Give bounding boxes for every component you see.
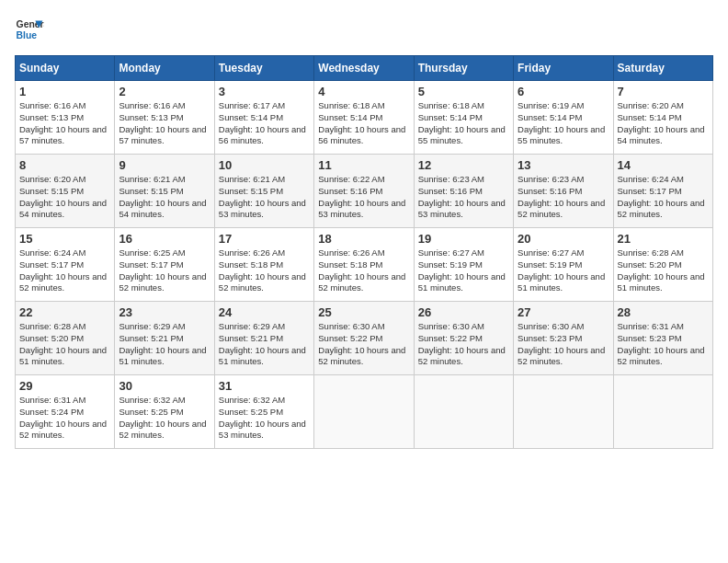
calendar-day-cell: 14Sunrise: 6:24 AMSunset: 5:17 PMDayligh…: [613, 155, 712, 228]
calendar-week-row: 29Sunrise: 6:31 AMSunset: 5:24 PMDayligh…: [16, 375, 713, 449]
day-number: 6: [518, 85, 609, 98]
day-number: 27: [518, 305, 609, 319]
calendar-day-cell: [514, 375, 613, 449]
day-number: 13: [518, 158, 609, 172]
day-number: 9: [119, 158, 210, 172]
calendar-day-cell: [414, 375, 513, 449]
day-info: Sunrise: 6:28 AMSunset: 5:20 PMDaylight:…: [19, 321, 110, 368]
day-info: Sunrise: 6:21 AMSunset: 5:15 PMDaylight:…: [119, 174, 210, 221]
day-number: 31: [219, 379, 310, 393]
day-info: Sunrise: 6:20 AMSunset: 5:14 PMDaylight:…: [618, 100, 709, 147]
day-info: Sunrise: 6:26 AMSunset: 5:18 PMDaylight:…: [219, 247, 310, 294]
calendar-day-cell: 2Sunrise: 6:16 AMSunset: 5:13 PMDaylight…: [115, 81, 214, 155]
calendar-week-row: 15Sunrise: 6:24 AMSunset: 5:17 PMDayligh…: [16, 228, 713, 302]
calendar-day-cell: 17Sunrise: 6:26 AMSunset: 5:18 PMDayligh…: [214, 228, 313, 302]
weekday-header: Friday: [514, 56, 613, 81]
day-info: Sunrise: 6:32 AMSunset: 5:25 PMDaylight:…: [119, 395, 210, 442]
calendar-header-row: SundayMondayTuesdayWednesdayThursdayFrid…: [16, 56, 713, 81]
logo: General Blue: [15, 15, 44, 44]
page-header: General Blue: [15, 15, 713, 44]
day-info: Sunrise: 6:31 AMSunset: 5:23 PMDaylight:…: [618, 321, 709, 368]
calendar-day-cell: 7Sunrise: 6:20 AMSunset: 5:14 PMDaylight…: [613, 81, 712, 155]
day-number: 25: [318, 305, 409, 319]
calendar-day-cell: 19Sunrise: 6:27 AMSunset: 5:19 PMDayligh…: [414, 228, 513, 302]
svg-text:Blue: Blue: [17, 30, 38, 40]
day-info: Sunrise: 6:16 AMSunset: 5:13 PMDaylight:…: [19, 100, 110, 147]
calendar-day-cell: 30Sunrise: 6:32 AMSunset: 5:25 PMDayligh…: [115, 375, 214, 449]
calendar-day-cell: 27Sunrise: 6:30 AMSunset: 5:23 PMDayligh…: [514, 302, 613, 375]
day-number: 28: [618, 305, 709, 319]
day-number: 30: [119, 379, 210, 393]
calendar-day-cell: 13Sunrise: 6:23 AMSunset: 5:16 PMDayligh…: [514, 155, 613, 228]
day-info: Sunrise: 6:17 AMSunset: 5:14 PMDaylight:…: [219, 100, 310, 147]
calendar-day-cell: 10Sunrise: 6:21 AMSunset: 5:15 PMDayligh…: [214, 155, 313, 228]
day-info: Sunrise: 6:29 AMSunset: 5:21 PMDaylight:…: [119, 321, 210, 368]
day-number: 20: [518, 232, 609, 246]
day-info: Sunrise: 6:23 AMSunset: 5:16 PMDaylight:…: [418, 174, 509, 221]
day-info: Sunrise: 6:18 AMSunset: 5:14 PMDaylight:…: [318, 100, 409, 147]
calendar-day-cell: 20Sunrise: 6:27 AMSunset: 5:19 PMDayligh…: [514, 228, 613, 302]
weekday-header: Monday: [115, 56, 214, 81]
calendar-day-cell: 29Sunrise: 6:31 AMSunset: 5:24 PMDayligh…: [16, 375, 115, 449]
day-number: 3: [219, 85, 310, 98]
day-info: Sunrise: 6:30 AMSunset: 5:22 PMDaylight:…: [318, 321, 409, 368]
calendar-day-cell: 26Sunrise: 6:30 AMSunset: 5:22 PMDayligh…: [414, 302, 513, 375]
calendar-week-row: 8Sunrise: 6:20 AMSunset: 5:15 PMDaylight…: [16, 155, 713, 228]
day-number: 14: [618, 158, 709, 172]
weekday-header: Tuesday: [214, 56, 313, 81]
day-info: Sunrise: 6:22 AMSunset: 5:16 PMDaylight:…: [318, 174, 409, 221]
day-info: Sunrise: 6:23 AMSunset: 5:16 PMDaylight:…: [518, 174, 609, 221]
day-number: 17: [219, 232, 310, 246]
calendar-day-cell: 12Sunrise: 6:23 AMSunset: 5:16 PMDayligh…: [414, 155, 513, 228]
calendar-day-cell: 25Sunrise: 6:30 AMSunset: 5:22 PMDayligh…: [314, 302, 414, 375]
day-number: 21: [618, 232, 709, 246]
weekday-header: Thursday: [414, 56, 513, 81]
calendar-day-cell: 21Sunrise: 6:28 AMSunset: 5:20 PMDayligh…: [613, 228, 712, 302]
weekday-header: Saturday: [613, 56, 712, 81]
day-info: Sunrise: 6:20 AMSunset: 5:15 PMDaylight:…: [19, 174, 110, 221]
day-info: Sunrise: 6:18 AMSunset: 5:14 PMDaylight:…: [418, 100, 509, 147]
calendar-day-cell: 23Sunrise: 6:29 AMSunset: 5:21 PMDayligh…: [115, 302, 214, 375]
day-number: 15: [19, 232, 110, 246]
calendar-day-cell: 11Sunrise: 6:22 AMSunset: 5:16 PMDayligh…: [314, 155, 414, 228]
day-number: 7: [618, 85, 709, 98]
day-info: Sunrise: 6:26 AMSunset: 5:18 PMDaylight:…: [318, 247, 409, 294]
logo-icon: General Blue: [15, 15, 44, 44]
weekday-header: Sunday: [16, 56, 115, 81]
day-info: Sunrise: 6:25 AMSunset: 5:17 PMDaylight:…: [119, 247, 210, 294]
calendar-week-row: 22Sunrise: 6:28 AMSunset: 5:20 PMDayligh…: [16, 302, 713, 375]
calendar-day-cell: [314, 375, 414, 449]
calendar-day-cell: 9Sunrise: 6:21 AMSunset: 5:15 PMDaylight…: [115, 155, 214, 228]
day-info: Sunrise: 6:24 AMSunset: 5:17 PMDaylight:…: [19, 247, 110, 294]
day-info: Sunrise: 6:24 AMSunset: 5:17 PMDaylight:…: [618, 174, 709, 221]
day-info: Sunrise: 6:32 AMSunset: 5:25 PMDaylight:…: [219, 395, 310, 442]
calendar-day-cell: 24Sunrise: 6:29 AMSunset: 5:21 PMDayligh…: [214, 302, 313, 375]
day-info: Sunrise: 6:28 AMSunset: 5:20 PMDaylight:…: [618, 247, 709, 294]
day-number: 23: [119, 305, 210, 319]
day-number: 10: [219, 158, 310, 172]
calendar-day-cell: 3Sunrise: 6:17 AMSunset: 5:14 PMDaylight…: [214, 81, 313, 155]
calendar-day-cell: 6Sunrise: 6:19 AMSunset: 5:14 PMDaylight…: [514, 81, 613, 155]
day-number: 11: [318, 158, 409, 172]
day-number: 18: [318, 232, 409, 246]
calendar-day-cell: 16Sunrise: 6:25 AMSunset: 5:17 PMDayligh…: [115, 228, 214, 302]
day-number: 1: [19, 85, 110, 98]
calendar-week-row: 1Sunrise: 6:16 AMSunset: 5:13 PMDaylight…: [16, 81, 713, 155]
day-number: 22: [19, 305, 110, 319]
calendar-day-cell: 4Sunrise: 6:18 AMSunset: 5:14 PMDaylight…: [314, 81, 414, 155]
calendar-day-cell: 18Sunrise: 6:26 AMSunset: 5:18 PMDayligh…: [314, 228, 414, 302]
day-number: 4: [318, 85, 409, 98]
day-number: 26: [418, 305, 509, 319]
calendar-day-cell: 31Sunrise: 6:32 AMSunset: 5:25 PMDayligh…: [214, 375, 313, 449]
calendar-day-cell: 5Sunrise: 6:18 AMSunset: 5:14 PMDaylight…: [414, 81, 513, 155]
day-number: 24: [219, 305, 310, 319]
day-info: Sunrise: 6:27 AMSunset: 5:19 PMDaylight:…: [418, 247, 509, 294]
calendar-day-cell: 8Sunrise: 6:20 AMSunset: 5:15 PMDaylight…: [16, 155, 115, 228]
day-number: 2: [119, 85, 210, 98]
day-info: Sunrise: 6:21 AMSunset: 5:15 PMDaylight:…: [219, 174, 310, 221]
day-number: 29: [19, 379, 110, 393]
day-info: Sunrise: 6:19 AMSunset: 5:14 PMDaylight:…: [518, 100, 609, 147]
calendar-day-cell: [613, 375, 712, 449]
day-info: Sunrise: 6:31 AMSunset: 5:24 PMDaylight:…: [19, 395, 110, 442]
day-number: 5: [418, 85, 509, 98]
